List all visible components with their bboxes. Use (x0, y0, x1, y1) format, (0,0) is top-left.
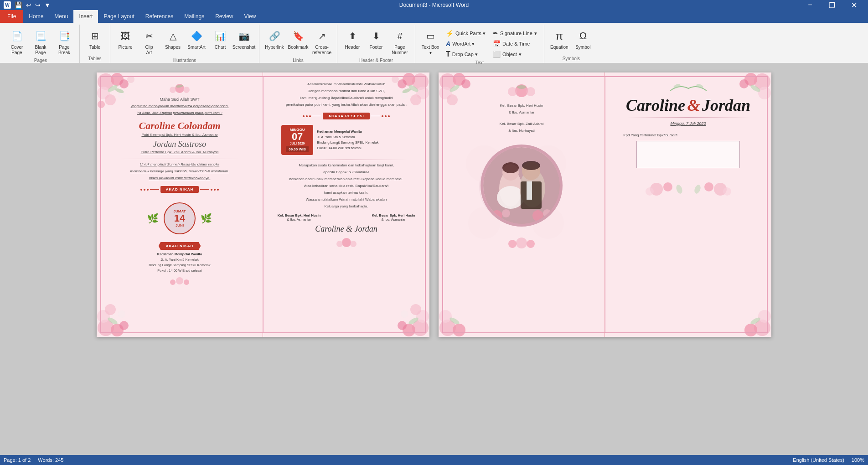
close-button[interactable]: ✕ (843, 0, 864, 10)
tab-mailings[interactable]: Mailings (179, 10, 210, 23)
bottom-floral-left (166, 275, 193, 287)
svg-point-42 (350, 241, 356, 247)
akad-month: JUNI (176, 223, 184, 227)
wordart-button[interactable]: A WordArt ▾ (443, 39, 489, 49)
blank-page-label: BlankPage (35, 45, 46, 56)
screenshot-button[interactable]: 📷 Screenshot (232, 26, 255, 52)
quick-parts-button[interactable]: ⚡ Quick Parts ▾ (443, 28, 489, 38)
ribbon-group-links: 🔗 Hyperlink 🔖 Bookmark ↗ Cross-reference… (259, 25, 337, 63)
cross-reference-label: Cross-reference (312, 45, 331, 56)
signature-line-arrow: ▾ (534, 31, 537, 36)
ribbon-tabs: File Home Menu Insert Page Layout Refere… (0, 10, 868, 23)
smartart-button[interactable]: 🔷 SmartArt (185, 26, 208, 52)
akad-venue-info: Kediaman Mempelai Wanita Jl. A. Yani Km.… (149, 252, 211, 274)
svg-point-93 (646, 187, 654, 196)
bottom-floral-right (333, 236, 360, 249)
page-1: Maha Suci Allah SWT yang telah menciptak… (97, 72, 429, 337)
dengan-text: Dengan memohon rahmat dan ridho Allah SW… (308, 88, 385, 94)
cover-page-button[interactable]: 📄 CoverPage (5, 26, 28, 57)
keluarga-text: Keluarga yang berbahagia. (324, 204, 368, 209)
save-qa-button[interactable]: 💾 (14, 1, 23, 9)
envelope-area: Kpd Yang Terhormat Bpk/ibu/sdr/i (623, 133, 753, 172)
signature-line-icon: ✒ (493, 30, 498, 37)
header-button[interactable]: ⬆ Header (341, 26, 364, 52)
header-label: Header (345, 45, 360, 50)
resepsi-venue-addr2: Bindung Langit Samping SPBU Kemelak (317, 140, 379, 145)
document-area: Maha Suci Allah SWT yang telah menciptak… (0, 63, 868, 454)
tab-page-layout[interactable]: Page Layout (98, 10, 140, 23)
footer-button[interactable]: ⬇ Footer (365, 26, 388, 52)
picture-button[interactable]: 🖼 Picture (114, 26, 137, 52)
tab-view[interactable]: View (239, 10, 262, 23)
r-dot-line-r (371, 116, 380, 116)
cover-page-label: CoverPage (11, 45, 23, 56)
svg-point-83 (502, 209, 510, 217)
blank-page-button[interactable]: 📃 BlankPage (29, 26, 52, 57)
clip-art-button[interactable]: ✂ ClipArt (138, 26, 160, 57)
words-count: Words: 245 (38, 457, 63, 463)
drop-cap-button[interactable]: T Drop Cap ▾ (443, 49, 489, 59)
svg-point-41 (336, 241, 343, 247)
maka-text: maka ijinkanlah kami menikahkannya. (149, 176, 211, 181)
chart-button[interactable]: 📊 Chart (209, 26, 232, 52)
divider-2 (285, 160, 408, 160)
page-info: Page: 1 of 2 (4, 457, 31, 463)
drop-cap-icon: T (446, 50, 450, 58)
date-time-button[interactable]: 📅 Date & Time (490, 39, 540, 49)
ribbon-group-tables-items: ⊞ Table (83, 25, 106, 55)
page-break-button[interactable]: 📑 PageBreak (53, 26, 76, 57)
svg-point-96 (723, 187, 731, 196)
shapes-button[interactable]: △ Shapes (161, 26, 184, 52)
p2-kel1: Kel. Besar Bpk. Heri Husin (500, 103, 543, 108)
bride-name-left: Caroline Colondam (139, 120, 220, 132)
equation-button[interactable]: π Equation (548, 26, 571, 52)
customize-qa-button[interactable]: ▼ (43, 1, 52, 9)
tab-insert[interactable]: Insert (73, 10, 98, 23)
bookmark-button[interactable]: 🔖 Bookmark (287, 26, 310, 52)
hyperlink-button[interactable]: 🔗 Hyperlink (263, 26, 286, 52)
object-button[interactable]: ⬜ Object ▾ (490, 49, 540, 59)
status-bar: Page: 1 of 2 Words: 245 English (United … (0, 455, 868, 465)
wordart-label: WordArt ▾ (452, 41, 475, 47)
ribbon-group-pages: 📄 CoverPage 📃 BlankPage 📑 PageBreak Page… (2, 25, 80, 63)
page-break-icon: 📑 (57, 29, 72, 43)
cross-reference-icon: ↗ (315, 29, 329, 43)
svg-point-69 (508, 87, 517, 96)
smartart-label: SmartArt (187, 45, 205, 50)
dot2 (144, 189, 145, 191)
table-button[interactable]: ⊞ Table (83, 26, 106, 52)
cross-reference-button[interactable]: ↗ Cross-reference (310, 26, 333, 57)
resepsi-waktu: 09.00 WIB (286, 146, 309, 152)
tab-review[interactable]: Review (210, 10, 238, 23)
redo-qa-button[interactable]: ↪ (34, 1, 41, 9)
undo-qa-button[interactable]: ↩ (25, 1, 32, 9)
picture-label: Picture (118, 45, 132, 50)
address-box[interactable] (636, 141, 740, 168)
page-break-label: PageBreak (58, 45, 70, 56)
text-col-buttons: ⚡ Quick Parts ▾ A WordArt ▾ T Drop Cap ▾ (443, 26, 489, 59)
signature-col: ✒ Signature Line ▾ 📅 Date & Time ⬜ Objec… (490, 26, 540, 59)
smartart-icon: 🔷 (189, 29, 204, 43)
page-number-button[interactable]: # PageNumber (388, 26, 411, 57)
signature-line-button[interactable]: ✒ Signature Line ▾ (490, 28, 540, 38)
dot-line-l (150, 189, 159, 190)
membentuk-text: membentuk keluarga yang sakinah, mawadda… (130, 169, 229, 174)
tab-home[interactable]: Home (23, 10, 49, 23)
tab-menu[interactable]: Menu (49, 10, 73, 23)
svg-point-35 (183, 87, 190, 93)
symbol-button[interactable]: Ω Symbol (572, 26, 594, 52)
tab-file[interactable]: File (0, 10, 23, 23)
wordart-icon: A (446, 40, 450, 47)
hyperlink-icon: 🔗 (267, 29, 282, 43)
header-icon: ⬆ (345, 29, 360, 43)
page-2: Kel. Besar Bpk. Heri Husin & Ibu. Asmani… (439, 72, 771, 337)
tab-references[interactable]: References (140, 10, 179, 23)
resepsi-venue-label: Kediaman Mempelai Wanita (317, 129, 379, 134)
restore-button[interactable]: ❐ (822, 0, 842, 10)
ribbon-group-links-items: 🔗 Hyperlink 🔖 Bookmark ↗ Cross-reference (263, 25, 333, 57)
minimize-button[interactable]: − (800, 0, 821, 10)
big-bride-name: Caroline & Jordan (626, 97, 750, 114)
signature-line-label: Signature Line (500, 31, 532, 36)
text-box-button[interactable]: ▭ Text Box ▾ (419, 26, 442, 57)
groom-subtitle-left: Putra Pertama Bpk. Zaili Adami & Ibu. Nu… (141, 150, 219, 154)
